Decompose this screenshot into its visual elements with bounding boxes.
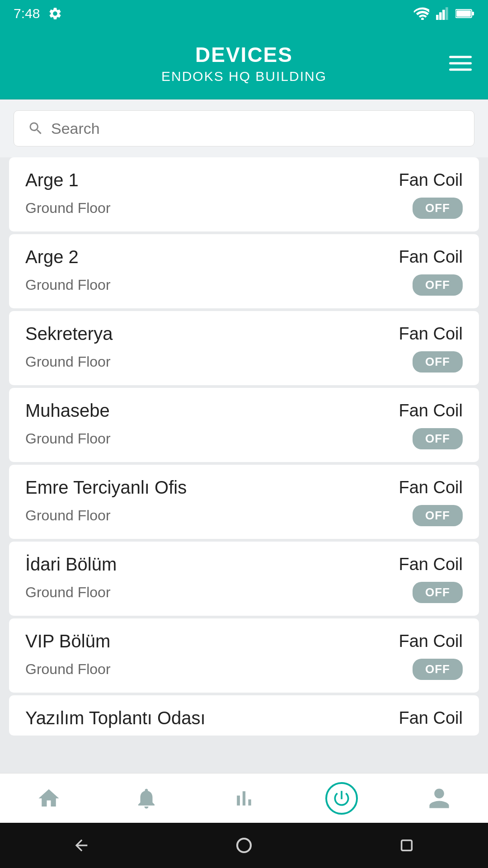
device-floor: Ground Floor [25,354,111,370]
device-row-bottom: Ground Floor OFF [25,274,463,296]
device-row-bottom: Ground Floor OFF [25,428,463,449]
svg-point-8 [237,839,251,852]
device-list: Arge 1 Fan Coil Ground Floor OFF Arge 2 … [0,157,488,773]
page-subtitle: ENDOKS HQ BUILDING [161,69,327,84]
device-card[interactable]: Arge 2 Fan Coil Ground Floor OFF [9,234,479,308]
menu-button[interactable] [449,56,472,71]
device-name: Sekreterya [25,324,113,344]
device-status-badge: OFF [413,582,463,603]
device-status-badge: OFF [413,274,463,296]
search-bar[interactable] [14,110,474,146]
device-status-badge: OFF [413,198,463,219]
chart-icon [232,786,256,811]
device-name: Arge 1 [25,170,79,190]
nav-notifications[interactable] [124,780,169,816]
device-floor: Ground Floor [25,507,111,524]
recents-icon [399,838,414,853]
nav-stats[interactable] [221,780,267,816]
gear-icon [48,6,62,21]
device-type: Fan Coil [399,632,463,651]
device-name: VIP Bölüm [25,631,110,651]
bell-icon [134,786,159,811]
svg-point-0 [421,18,424,20]
device-type: Fan Coil [399,247,463,267]
device-row-top: Yazılım Toplantı Odası Fan Coil [25,708,463,728]
svg-rect-6 [472,12,474,15]
device-floor: Ground Floor [25,430,111,447]
device-type: Fan Coil [399,170,463,190]
search-input[interactable] [51,120,460,137]
power-icon [332,788,352,808]
device-card[interactable]: Muhasebe Fan Coil Ground Floor OFF [9,388,479,462]
page-title: DEVICES [161,42,327,67]
status-bar: 7:48 [0,0,488,27]
device-floor: Ground Floor [25,200,111,217]
android-home-icon [235,836,253,854]
device-floor: Ground Floor [25,277,111,293]
svg-rect-9 [402,840,412,851]
device-card[interactable]: VIP Bölüm Fan Coil Ground Floor OFF [9,618,479,693]
android-recents-button[interactable] [389,832,425,859]
device-row-bottom: Ground Floor OFF [25,198,463,219]
device-row-bottom: Ground Floor OFF [25,351,463,373]
status-icons [413,7,474,20]
android-home-button[interactable] [226,832,262,859]
svg-rect-2 [439,12,442,20]
battery-icon [455,8,474,19]
android-back-button[interactable] [63,832,99,859]
bottom-nav [0,773,488,823]
device-name: İdari Bölüm [25,554,117,575]
device-row-top: Muhasebe Fan Coil [25,401,463,421]
back-icon [72,836,90,854]
wifi-icon [413,7,429,20]
device-row-top: Arge 1 Fan Coil [25,170,463,190]
device-row-top: VIP Bölüm Fan Coil [25,631,463,651]
device-card[interactable]: Emre Terciyanlı Ofis Fan Coil Ground Flo… [9,465,479,539]
device-row-top: İdari Bölüm Fan Coil [25,554,463,575]
search-icon [28,120,44,137]
nav-power[interactable] [319,780,364,816]
device-type: Fan Coil [399,555,463,574]
device-status-badge: OFF [413,351,463,373]
device-status-badge: OFF [413,505,463,526]
device-card[interactable]: Sekreterya Fan Coil Ground Floor OFF [9,311,479,385]
device-card[interactable]: Arge 1 Fan Coil Ground Floor OFF [9,157,479,231]
svg-rect-3 [442,10,445,20]
device-name: Yazılım Toplantı Odası [25,708,206,728]
device-type: Fan Coil [399,708,463,728]
device-row-bottom: Ground Floor OFF [25,505,463,526]
device-status-badge: OFF [413,428,463,449]
search-container [0,99,488,157]
device-type: Fan Coil [399,401,463,420]
device-card[interactable]: Yazılım Toplantı Odası Fan Coil [9,695,479,736]
person-icon [427,786,451,811]
signal-icon [436,7,449,20]
svg-rect-7 [456,10,471,17]
device-status-badge: OFF [413,659,463,680]
power-circle [325,782,358,815]
device-row-bottom: Ground Floor OFF [25,659,463,680]
svg-rect-4 [446,7,448,20]
android-nav-bar [0,823,488,868]
device-row-bottom: Ground Floor OFF [25,582,463,603]
nav-home[interactable] [26,780,71,816]
device-row-top: Emre Terciyanlı Ofis Fan Coil [25,477,463,498]
menu-line-3 [449,68,472,71]
device-name: Arge 2 [25,247,79,267]
device-type: Fan Coil [399,478,463,497]
device-name: Emre Terciyanlı Ofis [25,477,187,498]
svg-rect-1 [436,15,439,20]
device-row-top: Arge 2 Fan Coil [25,247,463,267]
nav-profile[interactable] [417,780,462,816]
header-title-block: DEVICES ENDOKS HQ BUILDING [161,42,327,84]
header: DEVICES ENDOKS HQ BUILDING [0,27,488,99]
device-card[interactable]: İdari Bölüm Fan Coil Ground Floor OFF [9,542,479,616]
menu-line-2 [449,62,472,64]
menu-line-1 [449,56,472,58]
device-floor: Ground Floor [25,661,111,678]
device-row-top: Sekreterya Fan Coil [25,324,463,344]
device-floor: Ground Floor [25,584,111,601]
device-type: Fan Coil [399,324,463,344]
status-time: 7:48 [14,6,40,21]
device-name: Muhasebe [25,401,110,421]
